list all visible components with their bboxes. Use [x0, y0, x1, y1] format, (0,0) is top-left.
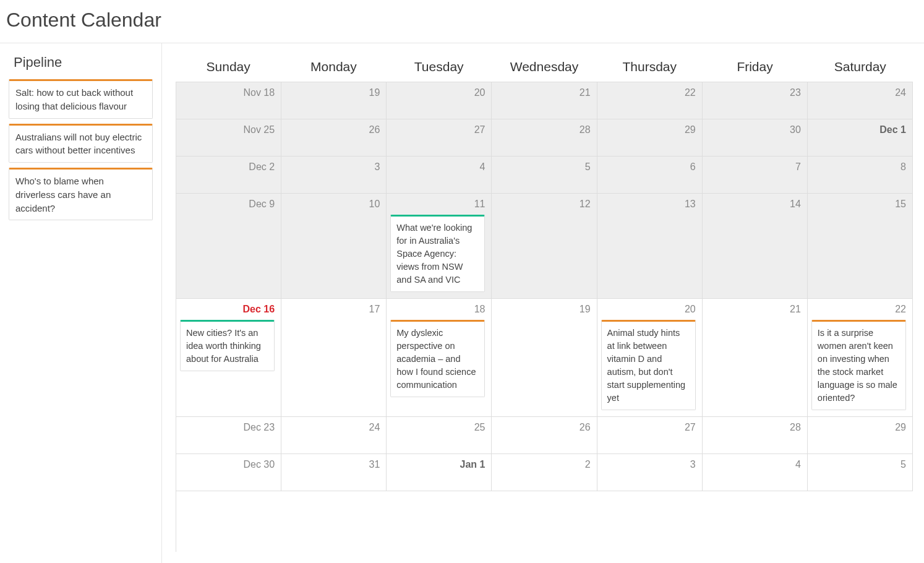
day-number: 10 [285, 197, 380, 212]
day-cell[interactable]: 8 [808, 157, 913, 194]
pipeline-item[interactable]: Australians will not buy electric cars w… [9, 124, 153, 163]
day-cell[interactable]: 13 [597, 194, 703, 299]
day-number: 29 [601, 123, 696, 138]
day-cell[interactable]: 31 [281, 454, 387, 491]
day-number: 18 [390, 303, 485, 317]
day-cell[interactable]: 12 [492, 194, 597, 299]
day-cell[interactable]: Dec 16New cities? It's an idea worth thi… [176, 299, 281, 417]
weekday-header: Thursday [597, 57, 702, 82]
day-cell[interactable]: 23 [703, 82, 808, 119]
day-cell[interactable]: Dec 9 [176, 194, 281, 299]
day-cell[interactable]: 14 [703, 194, 808, 299]
pipeline-item[interactable]: Salt: how to cut back without losing tha… [9, 79, 153, 119]
day-cell[interactable]: Dec 1 [808, 119, 913, 157]
calendar: SundayMondayTuesdayWednesdayThursdayFrid… [162, 43, 924, 563]
day-number: 27 [601, 421, 696, 436]
weekday-header: Sunday [176, 57, 281, 82]
day-number: 26 [285, 123, 380, 138]
day-number: 22 [601, 86, 696, 101]
day-cell[interactable]: 20Animal study hints at link between vit… [597, 299, 703, 417]
day-cell[interactable]: Jan 1 [387, 454, 492, 491]
day-cell[interactable]: 7 [703, 157, 808, 194]
day-cell[interactable]: 22 [597, 82, 703, 119]
week-row: Nov 18192021222324 [176, 82, 913, 119]
page-header: Content Calendar [0, 0, 924, 43]
day-number: Jan 1 [390, 458, 485, 473]
day-number: 6 [601, 160, 696, 175]
day-cell[interactable]: Nov 25 [176, 119, 281, 157]
day-cell[interactable]: Dec 30 [176, 454, 281, 491]
day-cell[interactable]: 6 [597, 157, 703, 194]
day-cell[interactable]: 3 [281, 157, 387, 194]
day-cell[interactable]: 29 [597, 119, 703, 157]
day-cell[interactable]: 19 [281, 82, 387, 119]
day-cell[interactable]: 11What we're looking for in Australia's … [387, 194, 492, 299]
day-number: 24 [285, 421, 380, 436]
day-number: 31 [285, 458, 380, 473]
day-number: 20 [601, 303, 696, 317]
day-cell[interactable]: 29 [808, 417, 913, 454]
day-number: 28 [495, 123, 590, 138]
event-card[interactable]: Animal study hints at link between vitam… [601, 320, 696, 410]
day-cell[interactable]: 26 [281, 119, 387, 157]
day-cell[interactable]: 3 [597, 454, 703, 491]
day-number: 8 [811, 160, 906, 175]
day-number: 4 [706, 458, 801, 473]
day-cell[interactable]: 30 [703, 119, 808, 157]
day-number: 30 [706, 123, 801, 138]
day-number: 21 [706, 303, 801, 317]
event-card[interactable]: Is it a surprise women aren't keen on in… [811, 320, 906, 410]
day-cell[interactable]: 20 [387, 82, 492, 119]
day-cell[interactable]: 22Is it a surprise women aren't keen on … [808, 299, 913, 417]
day-cell[interactable]: 2 [492, 454, 597, 491]
day-cell[interactable]: 27 [387, 119, 492, 157]
day-cell[interactable]: 25 [387, 417, 492, 454]
day-number: 25 [390, 421, 485, 436]
sidebar-heading: Pipeline [6, 54, 155, 79]
weekday-header: Tuesday [387, 57, 492, 82]
day-cell[interactable]: 27 [597, 417, 703, 454]
calendar-grid[interactable]: Nov 18192021222324Nov 252627282930Dec 1D… [176, 82, 913, 552]
day-cell[interactable]: 5 [808, 454, 913, 491]
day-number: 4 [390, 160, 485, 175]
day-cell[interactable]: 4 [387, 157, 492, 194]
day-cell[interactable]: 28 [703, 417, 808, 454]
day-cell[interactable]: 17 [281, 299, 387, 417]
week-row: Dec 23242526272829 [176, 417, 913, 454]
day-cell[interactable]: 19 [492, 299, 597, 417]
day-cell[interactable]: 24 [281, 417, 387, 454]
event-card[interactable]: New cities? It's an idea worth thinking … [180, 320, 275, 371]
day-number: 24 [811, 86, 906, 101]
day-cell[interactable]: Dec 2 [176, 157, 281, 194]
day-cell[interactable]: 5 [492, 157, 597, 194]
day-number: 3 [285, 160, 380, 175]
event-card[interactable]: What we're looking for in Australia's Sp… [390, 215, 485, 292]
weekday-header: Friday [702, 57, 807, 82]
page-title: Content Calendar [6, 9, 918, 32]
week-row: Nov 252627282930Dec 1 [176, 119, 913, 157]
day-cell[interactable]: 21 [703, 299, 808, 417]
day-cell[interactable]: 24 [808, 82, 913, 119]
day-cell[interactable]: 15 [808, 194, 913, 299]
day-cell[interactable]: 26 [492, 417, 597, 454]
day-number: 27 [390, 123, 485, 138]
day-number: 5 [811, 458, 906, 473]
day-number: 29 [811, 421, 906, 436]
day-cell[interactable]: 21 [492, 82, 597, 119]
day-cell[interactable]: 10 [281, 194, 387, 299]
main-layout: Pipeline Salt: how to cut back without l… [0, 43, 924, 563]
event-card[interactable]: My dyslexic perspective on academia – an… [390, 320, 485, 397]
day-number: 28 [706, 421, 801, 436]
day-number: 26 [495, 421, 590, 436]
day-cell[interactable]: 18My dyslexic perspective on academia – … [387, 299, 492, 417]
week-row: Dec 2345678 [176, 157, 913, 194]
pipeline-item[interactable]: Who's to blame when driverless cars have… [9, 168, 153, 220]
day-number: 23 [706, 86, 801, 101]
day-number: 2 [495, 458, 590, 473]
day-cell[interactable]: Dec 23 [176, 417, 281, 454]
day-cell[interactable]: Nov 18 [176, 82, 281, 119]
day-cell[interactable]: 28 [492, 119, 597, 157]
day-cell[interactable]: 4 [703, 454, 808, 491]
day-number: 7 [706, 160, 801, 175]
day-number: 21 [495, 86, 590, 101]
